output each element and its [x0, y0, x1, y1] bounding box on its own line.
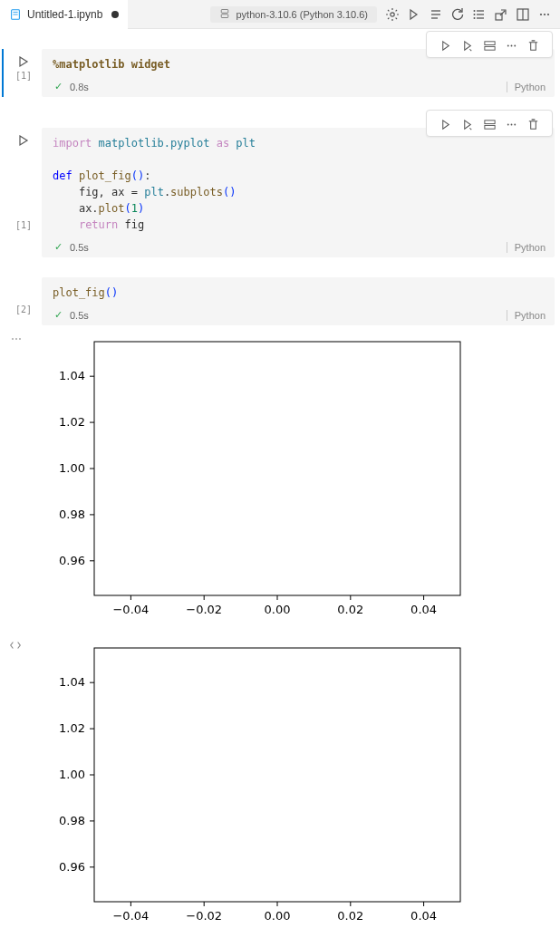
svg-point-18	[540, 13, 542, 14]
svg-point-5	[391, 12, 394, 15]
delete-cell-icon[interactable]	[523, 114, 543, 134]
settings-icon[interactable]	[382, 5, 402, 24]
run-by-line-icon[interactable]	[458, 114, 478, 134]
cell-output: −0.04−0.020.000.020.040.960.981.001.021.…	[0, 635, 560, 928]
check-icon: ✓	[54, 309, 63, 321]
cell-gutter: [1]	[5, 49, 42, 97]
svg-point-28	[507, 123, 508, 125]
cell-toolbar	[426, 110, 553, 137]
svg-point-20	[547, 13, 549, 14]
check-icon: ✓	[54, 241, 63, 253]
svg-point-25	[514, 44, 516, 46]
notebook-icon	[9, 8, 22, 21]
svg-point-24	[510, 44, 512, 46]
svg-text:0.98: 0.98	[59, 814, 85, 827]
code-cell[interactable]: [1] import matplotlib.pyplot as plt def …	[5, 128, 555, 257]
svg-text:0.00: 0.00	[265, 909, 291, 923]
run-cell-icon[interactable]	[436, 35, 456, 55]
svg-text:−0.04: −0.04	[112, 603, 149, 616]
svg-point-19	[544, 13, 546, 14]
svg-text:0.96: 0.96	[59, 860, 85, 874]
notebook-body: [1] %matplotlib widget ✓ 0.8s Python	[0, 29, 560, 928]
svg-text:0.04: 0.04	[410, 909, 437, 923]
split-cell-icon[interactable]	[479, 35, 499, 55]
svg-rect-26	[484, 120, 494, 123]
run-all-icon[interactable]	[404, 5, 424, 24]
cell-output: −0.04−0.020.000.020.040.960.981.001.021.…	[0, 329, 560, 628]
server-icon	[219, 8, 230, 21]
kernel-label: python-3.10.6 (Python 3.10.6)	[236, 9, 368, 20]
svg-text:1.04: 1.04	[59, 675, 85, 689]
matplotlib-figure[interactable]: −0.04−0.020.000.020.040.960.981.001.021.…	[42, 635, 560, 928]
dirty-indicator-icon	[111, 11, 119, 18]
tab-title: Untitled-1.ipynb	[27, 8, 102, 21]
run-cell-icon[interactable]	[436, 114, 456, 134]
svg-rect-52	[94, 648, 460, 902]
svg-rect-4	[222, 14, 229, 17]
split-editor-icon[interactable]	[513, 5, 533, 24]
svg-point-30	[514, 123, 516, 125]
collapse-output-icon[interactable]: ⋯	[11, 333, 22, 345]
cell-status: ✓ 0.5s Python	[42, 306, 555, 325]
tab-notebook[interactable]: Untitled-1.ipynb	[0, 0, 128, 29]
svg-text:1.02: 1.02	[59, 721, 85, 735]
run-button-icon[interactable]	[16, 133, 31, 148]
code-text: %matplotlib widget	[53, 58, 170, 71]
execution-time: 0.5s	[70, 242, 89, 253]
svg-point-14	[474, 17, 476, 19]
execution-count: [2]	[15, 304, 32, 314]
variables-icon[interactable]	[469, 5, 489, 24]
code-editor[interactable]: plot_fig()	[42, 277, 555, 306]
svg-point-29	[510, 123, 512, 125]
svg-text:1.00: 1.00	[59, 768, 85, 781]
code-output-icon[interactable]	[9, 639, 22, 654]
code-cell[interactable]: [2] plot_fig() ✓ 0.5s Python	[5, 277, 555, 325]
check-icon: ✓	[54, 81, 63, 92]
cell-status: ✓ 0.5s Python	[42, 238, 555, 257]
language-label[interactable]: Python	[507, 82, 546, 92]
execution-time: 0.5s	[70, 310, 89, 321]
execution-time: 0.8s	[70, 82, 89, 92]
svg-text:0.04: 0.04	[410, 603, 437, 616]
execution-count: [1]	[15, 220, 32, 230]
delete-cell-icon[interactable]	[523, 35, 543, 55]
svg-point-13	[474, 14, 476, 15]
svg-text:0.96: 0.96	[59, 554, 85, 567]
cell-gutter: [2]	[5, 277, 42, 325]
cell-gutter: [1]	[5, 128, 42, 257]
language-label[interactable]: Python	[507, 310, 546, 321]
restart-icon[interactable]	[448, 5, 468, 24]
execution-count: [1]	[15, 71, 32, 81]
svg-point-12	[474, 10, 476, 12]
cell-more-icon[interactable]	[501, 114, 521, 134]
svg-text:−0.02: −0.02	[186, 909, 222, 923]
tab-bar: Untitled-1.ipynb python-3.10.6 (Python 3…	[0, 0, 560, 29]
svg-text:1.04: 1.04	[59, 369, 85, 382]
run-button-icon[interactable]	[16, 54, 31, 69]
svg-rect-3	[222, 9, 229, 13]
cell-more-icon[interactable]	[501, 35, 521, 55]
cell-toolbar	[426, 31, 553, 58]
svg-text:0.00: 0.00	[265, 603, 291, 616]
svg-text:0.02: 0.02	[337, 603, 363, 616]
kernel-selector[interactable]: python-3.10.6 (Python 3.10.6)	[210, 6, 377, 23]
more-icon[interactable]	[535, 5, 555, 24]
split-cell-icon[interactable]	[479, 114, 499, 134]
cell-status: ✓ 0.8s Python	[42, 78, 555, 97]
matplotlib-figure[interactable]: −0.04−0.020.000.020.040.960.981.001.021.…	[42, 329, 560, 628]
svg-text:0.02: 0.02	[337, 909, 363, 923]
svg-rect-31	[94, 342, 460, 595]
svg-rect-27	[484, 125, 494, 129]
export-icon[interactable]	[491, 5, 511, 24]
svg-rect-22	[484, 46, 494, 50]
svg-text:1.02: 1.02	[59, 415, 85, 429]
language-label[interactable]: Python	[507, 242, 546, 253]
svg-point-23	[507, 44, 508, 46]
outline-icon[interactable]	[426, 5, 446, 24]
run-by-line-icon[interactable]	[458, 35, 478, 55]
svg-text:−0.02: −0.02	[186, 603, 222, 616]
svg-text:0.98: 0.98	[59, 508, 85, 521]
svg-text:1.00: 1.00	[59, 461, 85, 475]
code-editor[interactable]: import matplotlib.pyplot as plt def plot…	[42, 128, 555, 238]
svg-rect-21	[484, 41, 494, 44]
